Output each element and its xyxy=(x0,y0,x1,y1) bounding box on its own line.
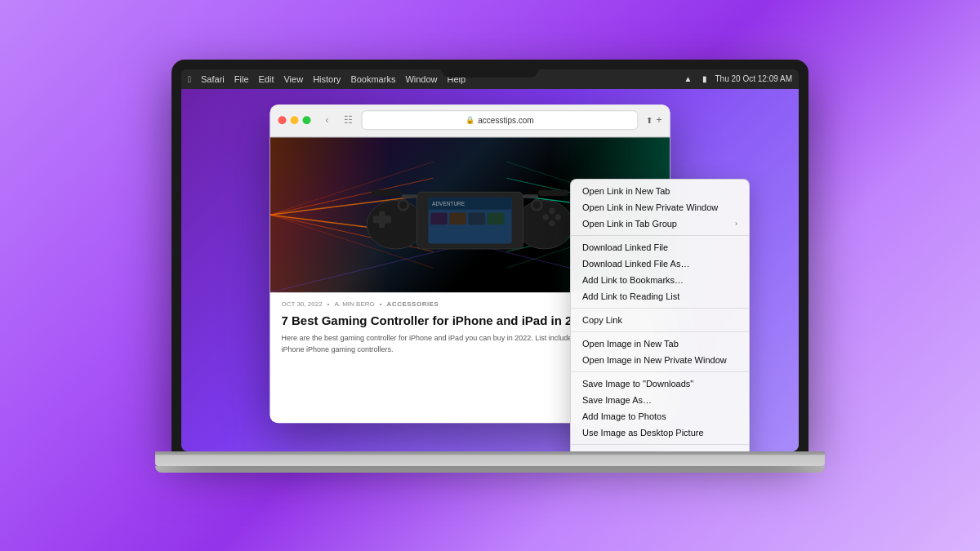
macbook-base xyxy=(155,451,825,466)
context-menu-item[interactable]: Copy Link xyxy=(571,312,749,328)
fullscreen-button[interactable] xyxy=(303,116,311,124)
apple-logo-icon[interactable]:  xyxy=(188,74,191,84)
context-menu-item-label: Add Link to Reading List xyxy=(582,291,679,301)
svg-point-33 xyxy=(549,220,555,225)
context-menu-item[interactable]: Open Image in New Private Window xyxy=(571,352,749,368)
traffic-lights xyxy=(278,116,311,124)
dot-sep-1: • xyxy=(327,300,330,308)
context-menu-item-label: Open Image in New Private Window xyxy=(582,355,727,365)
context-menu-item[interactable]: Open Image in New Tab xyxy=(571,335,749,352)
submenu-arrow-icon: › xyxy=(735,220,737,228)
new-tab-icon[interactable]: + xyxy=(656,114,662,126)
context-menu-item-label: Add Link to Bookmarks… xyxy=(582,275,684,285)
svg-rect-22 xyxy=(469,212,485,224)
lock-icon: 🔒 xyxy=(466,116,474,124)
svg-point-31 xyxy=(555,214,561,220)
context-menu: Open Link in New TabOpen Link in New Pri… xyxy=(570,179,750,451)
wifi-icon: ▲ xyxy=(683,73,694,85)
article-category: ACCESSORIES xyxy=(387,300,439,308)
context-menu-item[interactable]: Open Link in Tab Group› xyxy=(571,216,749,232)
menubar-bookmarks[interactable]: Bookmarks xyxy=(350,74,395,84)
svg-rect-20 xyxy=(430,212,447,224)
safari-toolbar: ‹ ☷ 🔒 accesstips.com ⬆ + xyxy=(270,104,670,137)
context-menu-item-label: Use Image as Desktop Picture xyxy=(582,428,704,438)
article-date: OCT 30, 2022 xyxy=(282,300,323,308)
menubar-window[interactable]: Window xyxy=(405,74,437,84)
context-menu-item[interactable]: Download Linked File xyxy=(571,239,749,256)
context-menu-item[interactable]: Download Linked File As… xyxy=(571,256,749,272)
context-menu-item-label: Open Link in New Private Window xyxy=(582,202,718,212)
back-button[interactable]: ‹ xyxy=(319,112,336,128)
context-menu-item-label: Open Link in New Tab xyxy=(582,186,670,196)
desktop: ‹ ☷ 🔒 accesstips.com ⬆ + xyxy=(181,89,799,451)
context-menu-item-label: Download Linked File As… xyxy=(582,259,689,269)
svg-point-30 xyxy=(549,207,555,213)
svg-point-15 xyxy=(515,200,573,248)
context-menu-divider xyxy=(571,444,749,445)
url-bar[interactable]: 🔒 accesstips.com xyxy=(362,110,639,130)
svg-rect-34 xyxy=(372,189,402,195)
context-menu-item[interactable]: Add Image to Photos xyxy=(571,408,749,424)
menubar-history[interactable]: History xyxy=(313,74,341,84)
svg-text:ADVENTURE: ADVENTURE xyxy=(432,201,466,207)
menubar-right: ▲ ▮ Thu 20 Oct 12:09 AM xyxy=(683,73,793,85)
svg-rect-25 xyxy=(373,216,391,223)
context-menu-item[interactable]: Use Image as Desktop Picture xyxy=(571,424,749,441)
context-menu-item-label: Download Linked File xyxy=(582,242,668,252)
svg-rect-36 xyxy=(402,194,417,198)
minimize-button[interactable] xyxy=(291,116,299,124)
svg-point-27 xyxy=(399,201,407,208)
macbook-screen:  Safari File Edit View History Bookmark… xyxy=(172,60,808,451)
gaming-controller: ADVENTURE xyxy=(364,166,577,264)
safari-right-icons: ⬆ + xyxy=(646,114,662,126)
context-menu-item[interactable]: Save Image to "Downloads" xyxy=(571,375,749,392)
svg-point-14 xyxy=(367,200,425,248)
menubar-left:  Safari File Edit View History Bookmark… xyxy=(188,74,466,84)
context-menu-divider xyxy=(571,331,749,332)
svg-rect-23 xyxy=(488,212,504,224)
svg-point-32 xyxy=(543,214,549,220)
svg-rect-37 xyxy=(523,194,539,198)
context-menu-item[interactable]: Add Link to Reading List xyxy=(571,288,749,304)
battery-icon: ▮ xyxy=(699,73,710,85)
menubar-file[interactable]: File xyxy=(234,74,249,84)
context-menu-item-label: Save Image As… xyxy=(582,395,652,405)
svg-point-29 xyxy=(533,201,541,208)
screen-inner:  Safari File Edit View History Bookmark… xyxy=(181,69,799,451)
svg-rect-21 xyxy=(449,212,466,224)
macbook-bottom xyxy=(155,466,825,473)
dot-sep-2: • xyxy=(380,300,382,308)
context-menu-item[interactable]: Open Link in New Tab xyxy=(571,183,749,199)
menubar-view[interactable]: View xyxy=(283,74,303,84)
context-menu-item-label: Save Image to "Downloads" xyxy=(582,379,693,389)
menubar-safari[interactable]: Safari xyxy=(201,74,225,84)
context-menu-item[interactable]: Open Link in New Private Window xyxy=(571,199,749,216)
context-menu-divider xyxy=(571,235,749,236)
context-menu-item-label: Open Link in Tab Group xyxy=(582,219,677,229)
article-author: A. MIN BERG xyxy=(334,300,374,308)
macbook-laptop:  Safari File Edit View History Bookmark… xyxy=(155,60,825,492)
controller-svg: ADVENTURE xyxy=(364,166,577,264)
share-icon[interactable]: ⬆ xyxy=(646,116,653,125)
context-menu-item-label: Copy Link xyxy=(582,315,622,325)
context-menu-item[interactable]: Save Image As… xyxy=(571,392,749,408)
macbook-notch xyxy=(441,60,539,78)
svg-rect-35 xyxy=(538,189,568,195)
menubar-edit[interactable]: Edit xyxy=(259,74,274,84)
macbook-hinge xyxy=(155,451,825,455)
context-menu-item-label: Add Image to Photos xyxy=(582,411,666,421)
context-menu-divider xyxy=(571,308,749,309)
context-menu-divider xyxy=(571,371,749,372)
context-menu-item[interactable]: Add Link to Bookmarks… xyxy=(571,272,749,288)
close-button[interactable] xyxy=(278,116,287,124)
url-text: accesstips.com xyxy=(478,116,533,125)
menubar-clock: Thu 20 Oct 12:09 AM xyxy=(715,74,793,83)
context-menu-item-label: Open Image in New Tab xyxy=(582,339,679,349)
context-menu-item[interactable]: Copy Image Address xyxy=(571,448,749,451)
tab-manager-icon[interactable]: ☷ xyxy=(341,112,357,128)
